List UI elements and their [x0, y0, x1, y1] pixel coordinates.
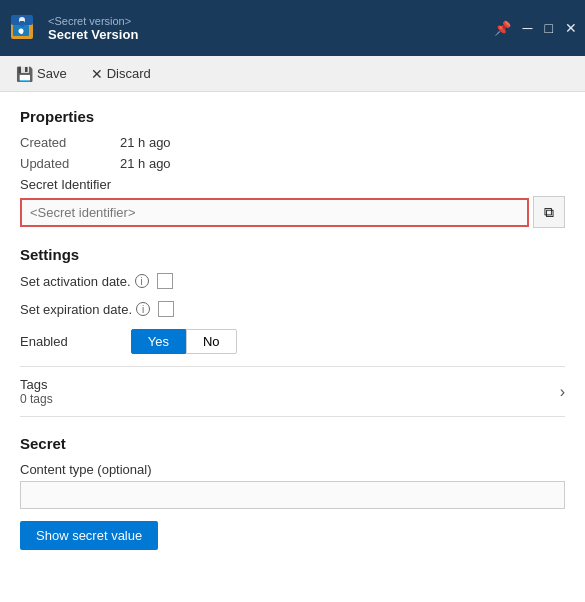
- discard-button[interactable]: ✕ Discard: [87, 64, 155, 84]
- expiration-info-icon[interactable]: i: [136, 302, 150, 316]
- toolbar: 💾 Save ✕ Discard: [0, 56, 585, 92]
- title-bar: <Secret version> Secret Version 📌 ─ □ ✕: [0, 0, 585, 56]
- settings-heading: Settings: [20, 246, 565, 263]
- enabled-row: Enabled Yes No: [20, 329, 565, 354]
- tags-label: Tags: [20, 377, 53, 392]
- secret-heading: Secret: [20, 435, 565, 452]
- activation-checkbox[interactable]: [157, 273, 173, 289]
- copy-icon: ⧉: [544, 204, 554, 221]
- window-controls: 📌 ─ □ ✕: [494, 20, 577, 36]
- toggle-no-button[interactable]: No: [186, 329, 237, 354]
- identifier-section: Secret Identifier ⧉: [20, 177, 565, 228]
- maximize-button[interactable]: □: [545, 20, 553, 36]
- show-secret-button[interactable]: Show secret value: [20, 521, 158, 550]
- updated-label: Updated: [20, 156, 120, 171]
- minimize-button[interactable]: ─: [523, 20, 533, 36]
- discard-icon: ✕: [91, 66, 103, 82]
- activation-info-icon[interactable]: i: [135, 274, 149, 288]
- close-button[interactable]: ✕: [565, 20, 577, 36]
- identifier-input-row: ⧉: [20, 196, 565, 228]
- expiration-checkbox[interactable]: [158, 301, 174, 317]
- updated-row: Updated 21 h ago: [20, 156, 565, 171]
- updated-value: 21 h ago: [120, 156, 171, 171]
- content-type-label: Content type (optional): [20, 462, 565, 477]
- created-row: Created 21 h ago: [20, 135, 565, 150]
- app-icon: [8, 12, 40, 44]
- activation-row: Set activation date. i: [20, 273, 565, 289]
- identifier-label: Secret Identifier: [20, 177, 565, 192]
- created-value: 21 h ago: [120, 135, 171, 150]
- title-subtitle: <Secret version>: [48, 15, 138, 27]
- properties-heading: Properties: [20, 108, 565, 125]
- created-label: Created: [20, 135, 120, 150]
- title-bar-left: <Secret version> Secret Version: [8, 12, 138, 44]
- content-type-input[interactable]: [20, 481, 565, 509]
- enabled-toggle-group: Yes No: [131, 329, 237, 354]
- title-main: Secret Version: [48, 27, 138, 42]
- save-icon: 💾: [16, 66, 33, 82]
- svg-rect-6: [21, 31, 23, 34]
- tags-count: 0 tags: [20, 392, 53, 406]
- expiration-row: Set expiration date. i: [20, 301, 565, 317]
- secret-identifier-input[interactable]: [20, 198, 529, 227]
- secret-section: Secret Content type (optional) Show secr…: [20, 435, 565, 550]
- settings-section: Settings Set activation date. i Set expi…: [20, 246, 565, 354]
- tags-section[interactable]: Tags 0 tags ›: [20, 366, 565, 417]
- toggle-yes-button[interactable]: Yes: [131, 329, 186, 354]
- save-button[interactable]: 💾 Save: [12, 64, 71, 84]
- expiration-label: Set expiration date. i: [20, 302, 150, 317]
- content-area: Properties Created 21 h ago Updated 21 h…: [0, 92, 585, 602]
- copy-identifier-button[interactable]: ⧉: [533, 196, 565, 228]
- enabled-label: Enabled: [20, 334, 68, 349]
- title-text-group: <Secret version> Secret Version: [48, 15, 138, 42]
- properties-section: Properties Created 21 h ago Updated 21 h…: [20, 108, 565, 228]
- discard-label: Discard: [107, 66, 151, 81]
- activation-label: Set activation date. i: [20, 274, 149, 289]
- save-label: Save: [37, 66, 67, 81]
- pin-button[interactable]: 📌: [494, 20, 511, 36]
- tags-left: Tags 0 tags: [20, 377, 53, 406]
- tags-chevron-icon: ›: [560, 383, 565, 401]
